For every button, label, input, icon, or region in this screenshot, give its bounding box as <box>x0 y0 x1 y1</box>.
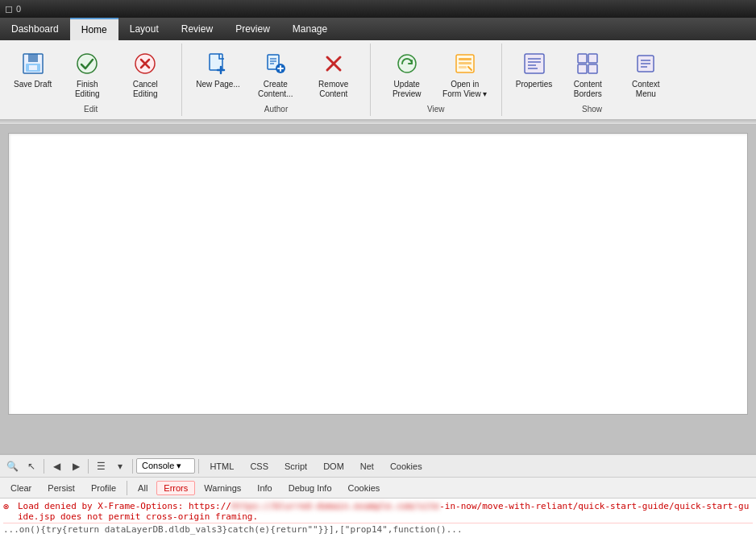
console-filter-bar: Clear Persist Profile All Errors Warning… <box>0 478 756 499</box>
devtools-sep3 <box>132 459 133 474</box>
content-borders-icon <box>575 51 600 77</box>
svg-point-20 <box>398 55 416 72</box>
save-draft-icon <box>20 51 46 77</box>
new-page-button[interactable]: New Page... <box>190 47 245 93</box>
app-window: ◻ 0 Dashboard Home Layout Review Preview… <box>0 0 756 542</box>
content-borders-label: Content Borders <box>565 80 610 99</box>
devtools-cursor-icon[interactable]: ↖ <box>23 457 40 475</box>
open-form-view-button[interactable]: Open in Form View ▾ <box>437 47 493 103</box>
devtools-forward-icon[interactable]: ▶ <box>67 457 85 475</box>
show-buttons: Properties Content Borders <box>507 43 678 103</box>
filter-warnings-button[interactable]: Warnings <box>197 481 248 495</box>
svg-rect-30 <box>578 54 587 63</box>
finish-editing-button[interactable]: Finish Editing <box>59 47 115 103</box>
update-preview-button[interactable]: Update Preview <box>379 47 435 103</box>
devtools-list-icon[interactable]: ☰ <box>92 457 110 475</box>
ribbon-group-edit: Save Draft Finish Editing <box>0 43 182 116</box>
svg-rect-31 <box>588 54 597 63</box>
finish-editing-icon <box>74 51 100 77</box>
save-draft-button[interactable]: Save Draft <box>8 47 57 93</box>
svg-rect-33 <box>588 64 597 73</box>
filter-debug-button[interactable]: Debug Info <box>281 481 339 495</box>
content-borders-button[interactable]: Content Borders <box>559 47 616 103</box>
view-group-label: View <box>427 103 445 116</box>
cancel-editing-label: Cancel Editing <box>123 80 168 99</box>
ribbon-group-view: Update Preview Open in Form View ▾ <box>371 43 502 116</box>
filter-persist-button[interactable]: Persist <box>40 481 82 495</box>
new-page-label: New Page... <box>196 80 239 89</box>
svg-rect-3 <box>29 65 37 70</box>
finish-editing-label: Finish Editing <box>64 80 110 99</box>
devtools-toolbar: 🔍 ↖ ◀ ▶ ☰ ▾ Console ▾ HTML CSS Script DO… <box>0 455 756 478</box>
tab-layout[interactable]: Layout <box>118 18 170 40</box>
cancel-editing-icon <box>132 51 158 77</box>
create-content-icon <box>263 51 289 77</box>
devtools-dropdown-arrow[interactable]: ▾ <box>111 457 129 475</box>
open-form-view-label: Open in Form View ▾ <box>442 80 488 99</box>
remove-content-button[interactable]: Remove Content <box>305 47 362 103</box>
filter-cookies-button[interactable]: Cookies <box>341 481 388 495</box>
error-prefix: Load denied by X-Frame-Options: https:// <box>18 501 231 511</box>
devtools-sep4 <box>198 459 199 474</box>
devtools-tab-dom[interactable]: DOM <box>316 459 351 474</box>
tab-manage[interactable]: Manage <box>281 18 339 40</box>
svg-rect-1 <box>28 54 38 62</box>
tab-home[interactable]: Home <box>70 18 118 40</box>
console-label: Console <box>142 461 174 470</box>
svg-point-4 <box>77 54 97 73</box>
remove-content-label: Remove Content <box>311 80 356 99</box>
filter-profile-button[interactable]: Profile <box>84 481 123 495</box>
properties-button[interactable]: Properties <box>510 47 559 93</box>
error-url-blurred: https://blurred-domain.example.com/site <box>231 501 439 511</box>
devtools-tab-net[interactable]: Net <box>353 459 381 474</box>
filter-errors-button[interactable]: Errors <box>156 481 195 495</box>
properties-icon <box>521 51 547 77</box>
update-preview-label: Update Preview <box>384 80 430 99</box>
devtools-sep1 <box>44 459 44 474</box>
devtools-tab-script[interactable]: Script <box>277 459 314 474</box>
edit-buttons: Save Draft Finish Editing <box>5 43 177 103</box>
author-buttons: New Page... <box>187 43 364 103</box>
console-code-line: ...on(){try{return dataLayerDB.dldb_vals… <box>3 523 753 536</box>
open-form-view-icon <box>452 51 478 77</box>
svg-rect-32 <box>578 64 587 73</box>
devtools-console-dropdown[interactable]: Console ▾ <box>136 458 195 474</box>
title-bar: ◻ 0 <box>0 0 756 18</box>
properties-label: Properties <box>516 80 553 89</box>
devtools-sep2 <box>88 459 89 474</box>
devtools-tab-css[interactable]: CSS <box>243 459 276 474</box>
code-text: ...on(){try{return dataLayerDB.dldb_vals… <box>3 524 463 535</box>
ribbon-group-author: New Page... <box>182 43 370 116</box>
view-buttons: Update Preview Open in Form View ▾ <box>376 43 496 103</box>
tab-dashboard[interactable]: Dashboard <box>0 18 70 40</box>
update-preview-icon <box>394 51 420 77</box>
console-error-row: ⊗ Load denied by X-Frame-Options: https:… <box>3 500 753 523</box>
devtools-tab-cookies[interactable]: Cookies <box>383 459 430 474</box>
menu-bar: Dashboard Home Layout Review Preview Man… <box>0 18 756 40</box>
tab-preview[interactable]: Preview <box>224 18 281 40</box>
author-group-label: Author <box>264 103 288 116</box>
remove-content-icon <box>321 51 347 77</box>
filter-sep1 <box>127 481 127 495</box>
error-text: Load denied by X-Frame-Options: https://… <box>18 501 753 522</box>
devtools-inspect-icon[interactable]: 🔍 <box>3 457 21 475</box>
svg-rect-23 <box>459 62 471 64</box>
svg-rect-24 <box>459 66 467 68</box>
context-menu-button[interactable]: Context Menu <box>617 47 674 103</box>
cancel-editing-button[interactable]: Cancel Editing <box>117 47 173 103</box>
edit-group-label: Edit <box>84 103 98 116</box>
error-icon: ⊗ <box>3 501 15 512</box>
content-frame <box>8 133 748 415</box>
app-icon: ◻ <box>5 3 13 14</box>
tab-review[interactable]: Review <box>170 18 224 40</box>
devtools-tab-html[interactable]: HTML <box>202 459 241 474</box>
filter-info-button[interactable]: Info <box>250 481 279 495</box>
devtools-back-icon[interactable]: ◀ <box>48 457 65 475</box>
filter-clear-button[interactable]: Clear <box>3 481 39 495</box>
filter-all-button[interactable]: All <box>131 481 155 495</box>
ribbon-group-show: Properties Content Borders <box>502 43 683 116</box>
new-page-icon <box>205 51 231 77</box>
context-menu-icon <box>633 51 658 77</box>
show-group-label: Show <box>582 103 602 116</box>
create-content-button[interactable]: Create Content... <box>247 47 304 103</box>
